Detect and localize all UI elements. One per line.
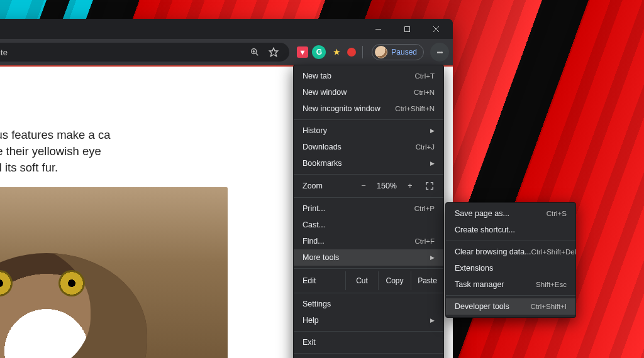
menu-zoom-row: Zoom − 150% + (294, 177, 443, 195)
menu-edit-row: Edit Cut Copy Paste (294, 271, 443, 290)
bookmark-star-icon[interactable] (264, 43, 283, 62)
svg-rect-1 (404, 26, 409, 31)
chrome-main-menu: New tabCtrl+T New windowCtrl+N New incog… (293, 65, 444, 358)
menu-separator (294, 174, 443, 175)
more-tools-submenu: Save page as...Ctrl+S Create shortcut...… (445, 202, 576, 318)
profile-status-label: Paused (391, 48, 417, 57)
profile-paused-chip[interactable]: Paused (372, 44, 424, 60)
address-bar[interactable]: ychological-point-of-view-what-makes-cat… (0, 43, 289, 62)
menu-find[interactable]: Find...Ctrl+F (294, 233, 443, 249)
menu-history[interactable]: History▶ (294, 122, 443, 139)
submenu-task-manager[interactable]: Task managerShift+Esc (446, 276, 575, 293)
extension-record-icon[interactable] (347, 48, 356, 57)
edit-label: Edit (303, 276, 316, 285)
svg-marker-8 (270, 48, 278, 56)
menu-separator (294, 331, 443, 332)
window-close-button[interactable] (421, 19, 450, 38)
submenu-developer-tools[interactable]: Developer toolsCtrl+Shift+I (446, 298, 575, 315)
menu-settings[interactable]: Settings (294, 296, 443, 312)
extension-grammarly-icon[interactable]: G (312, 45, 326, 59)
menu-separator (446, 241, 575, 241)
zoom-value: 150% (372, 182, 402, 190)
window-maximize-button[interactable] (392, 19, 421, 38)
image-detail (0, 270, 13, 296)
menu-separator (446, 295, 575, 296)
chrome-menu-button[interactable] (430, 43, 449, 62)
submenu-clear-browsing-data[interactable]: Clear browsing data...Ctrl+Shift+Del (446, 244, 575, 260)
submenu-arrow-icon: ▶ (430, 254, 435, 261)
menu-separator (294, 197, 443, 198)
image-detail (58, 270, 85, 296)
window-titlebar (0, 19, 453, 39)
menu-separator (294, 353, 443, 354)
menu-print[interactable]: Print...Ctrl+P (294, 200, 443, 217)
menu-separator (294, 293, 443, 293)
zoom-in-button[interactable]: + (402, 182, 418, 190)
edit-cut-button[interactable]: Cut (345, 271, 378, 290)
avatar-icon (375, 46, 387, 58)
submenu-arrow-icon: ▶ (430, 160, 435, 166)
menu-new-incognito[interactable]: New incognito windowCtrl+Shift+N (294, 100, 443, 117)
zoom-label: Zoom (303, 182, 323, 190)
svg-line-5 (256, 53, 258, 55)
extension-star-icon[interactable]: ★ (330, 45, 343, 59)
submenu-save-page[interactable]: Save page as...Ctrl+S (446, 205, 575, 222)
submenu-create-shortcut[interactable]: Create shortcut... (446, 222, 575, 238)
menu-new-tab[interactable]: New tabCtrl+T (294, 68, 443, 84)
menu-more-tools[interactable]: More tools▶ (294, 249, 443, 266)
extension-pocket-icon[interactable]: ▾ (297, 46, 308, 58)
browser-toolbar: ychological-point-of-view-what-makes-cat… (0, 39, 453, 65)
edit-paste-button[interactable]: Paste (411, 271, 443, 290)
toolbar-divider (362, 46, 363, 58)
menu-separator (294, 268, 443, 269)
menu-new-window[interactable]: New windowCtrl+N (294, 84, 443, 100)
article-image (0, 187, 228, 358)
submenu-arrow-icon: ▶ (430, 317, 435, 323)
menu-separator (294, 119, 443, 120)
menu-bookmarks[interactable]: Bookmarks▶ (294, 155, 443, 171)
menu-exit[interactable]: Exit (294, 334, 443, 350)
menu-help[interactable]: Help▶ (294, 312, 443, 328)
submenu-extensions[interactable]: Extensions (446, 260, 575, 276)
submenu-arrow-icon: ▶ (430, 127, 435, 134)
edit-copy-button[interactable]: Copy (378, 271, 411, 290)
menu-cast[interactable]: Cast... (294, 217, 443, 233)
fullscreen-icon[interactable] (422, 178, 437, 193)
menu-downloads[interactable]: DownloadsCtrl+J (294, 139, 443, 155)
zoom-indicator-icon[interactable] (245, 43, 264, 62)
window-minimize-button[interactable] (364, 19, 392, 38)
url-text: ychological-point-of-view-what-makes-cat… (0, 48, 245, 57)
zoom-out-button[interactable]: − (355, 182, 372, 190)
